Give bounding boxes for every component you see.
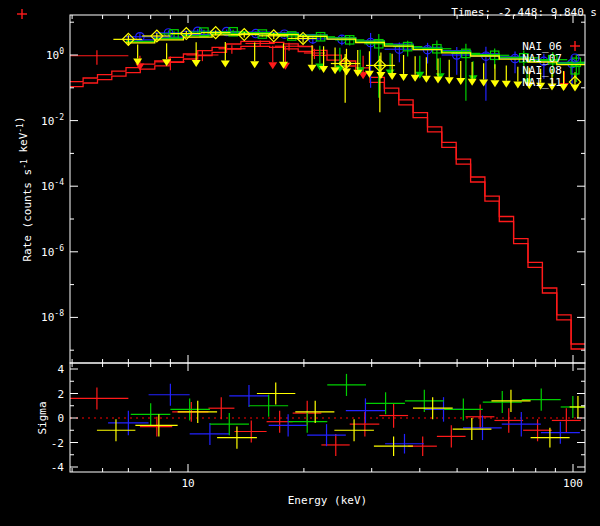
sigma-tick-label: -2 (51, 437, 64, 450)
sigma-tick-label: 2 (57, 388, 64, 401)
energy-tick-label: 100 (563, 477, 583, 490)
legend-item-NAI_11: NAI_11 (522, 76, 562, 89)
sigma-axis-label: Sigma (36, 401, 49, 434)
x-axis-label: Energy (keV) (288, 494, 367, 507)
spectral-fit-window: 10010-210-410-610-8420-2-410100Energy (k… (0, 0, 600, 526)
plot-title: Times: -2.448: 9.840 s (451, 6, 597, 19)
sigma-tick-label: 4 (57, 363, 64, 376)
plot-background (0, 0, 600, 526)
sigma-tick-label: 0 (57, 412, 64, 425)
spectrum-plot: 10010-210-410-610-8420-2-410100Energy (k… (0, 0, 600, 526)
energy-tick-label: 10 (181, 477, 194, 490)
sigma-tick-label: -4 (51, 461, 65, 474)
